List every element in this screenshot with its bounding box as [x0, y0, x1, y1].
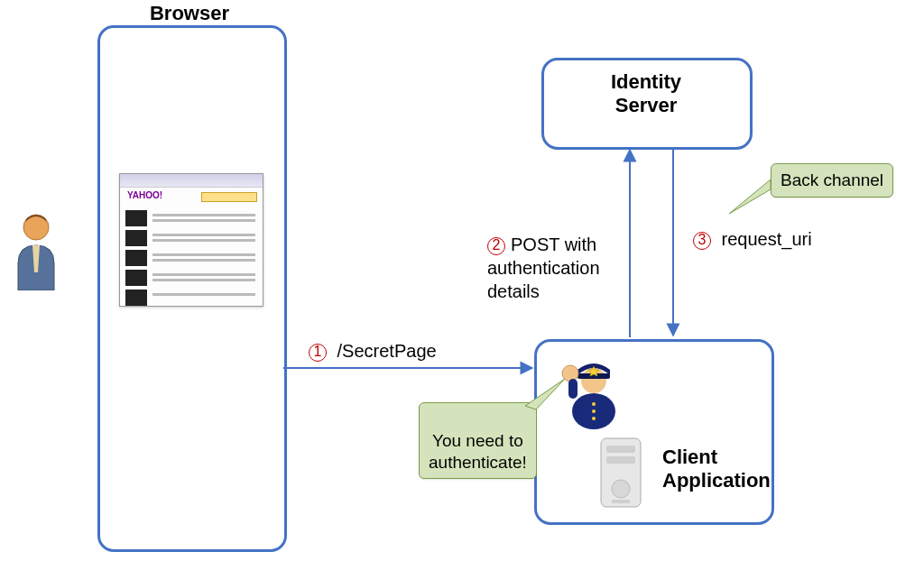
- step-2-label: 2POST with authentication details: [487, 209, 600, 303]
- step-1-text: /SecretPage: [337, 341, 437, 361]
- svg-rect-11: [606, 446, 635, 453]
- svg-rect-6: [568, 379, 578, 399]
- step-1-number: 1: [309, 344, 327, 362]
- identity-server-title: Identity Server: [574, 70, 718, 118]
- svg-point-13: [612, 480, 630, 498]
- need-auth-callout: You need to authenticate!: [419, 402, 537, 479]
- diagram-stage: Browser YAHOO! Identity Server Client Ap: [0, 0, 924, 561]
- client-app-title: Client Application: [662, 446, 771, 493]
- step-1-label: 1 /SecretPage: [309, 339, 437, 363]
- svg-rect-14: [612, 500, 630, 503]
- server-icon: [596, 437, 646, 510]
- user-icon: [13, 209, 60, 290]
- browser-title: Browser: [135, 2, 244, 25]
- step-2-number: 2: [487, 237, 505, 255]
- svg-point-7: [592, 402, 596, 406]
- svg-rect-12: [606, 456, 635, 464]
- back-channel-text: Back channel: [781, 170, 883, 189]
- police-icon: [558, 348, 624, 431]
- back-channel-callout: Back channel: [771, 163, 893, 198]
- step-3-text: request_uri: [722, 229, 812, 249]
- back-channel-callout-tail: [729, 179, 771, 214]
- step-3-label: 3 request_uri: [693, 227, 812, 251]
- svg-point-9: [592, 417, 596, 420]
- step-3-number: 3: [693, 232, 711, 250]
- svg-point-8: [592, 409, 596, 413]
- webpage-thumbnail: YAHOO!: [119, 173, 263, 307]
- svg-point-5: [562, 365, 578, 382]
- need-auth-text: You need to authenticate!: [429, 431, 527, 472]
